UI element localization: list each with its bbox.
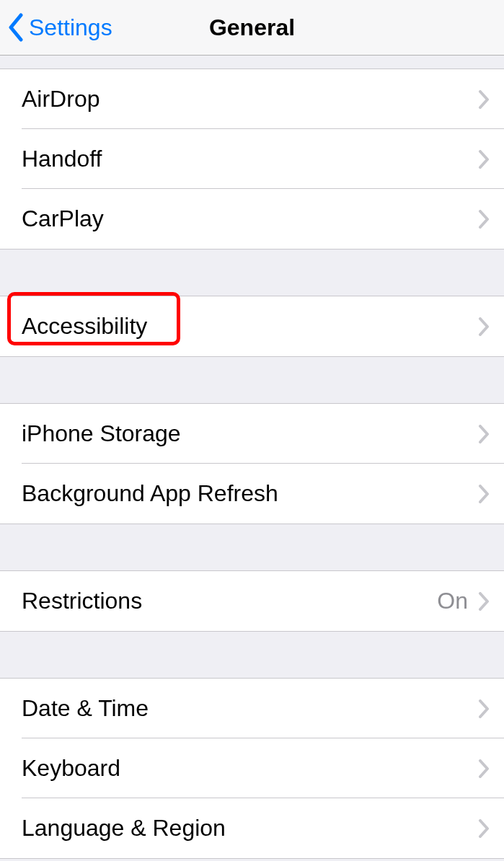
- chevron-right-icon: [478, 592, 490, 611]
- chevron-right-icon: [478, 90, 490, 109]
- row-date-time[interactable]: Date & Time: [0, 679, 504, 738]
- back-label: Settings: [29, 14, 112, 41]
- chevron-right-icon: [478, 425, 490, 443]
- chevron-right-icon: [478, 317, 490, 336]
- row-language-region[interactable]: Language & Region: [0, 798, 504, 858]
- row-label: iPhone Storage: [22, 420, 478, 447]
- section-connectivity: AirDrop Handoff CarPlay: [0, 69, 504, 250]
- row-keyboard[interactable]: Keyboard: [0, 738, 504, 798]
- row-label: Keyboard: [22, 755, 478, 782]
- row-label: Date & Time: [22, 695, 478, 722]
- row-iphone-storage[interactable]: iPhone Storage: [0, 404, 504, 464]
- row-restrictions[interactable]: Restrictions On: [0, 571, 504, 631]
- section-accessibility: Accessibility: [0, 296, 504, 357]
- section-restrictions: Restrictions On: [0, 570, 504, 632]
- row-value: On: [437, 588, 468, 614]
- back-button[interactable]: Settings: [7, 13, 112, 42]
- row-airdrop[interactable]: AirDrop: [0, 69, 504, 129]
- chevron-right-icon: [478, 759, 490, 778]
- chevron-right-icon: [478, 210, 490, 229]
- section-system: Date & Time Keyboard Language & Region: [0, 678, 504, 859]
- row-background-app-refresh[interactable]: Background App Refresh: [0, 464, 504, 524]
- row-label: Language & Region: [22, 815, 478, 842]
- section-storage: iPhone Storage Background App Refresh: [0, 403, 504, 524]
- row-carplay[interactable]: CarPlay: [0, 189, 504, 249]
- row-label: Restrictions: [22, 588, 437, 614]
- page-title: General: [209, 14, 295, 41]
- chevron-right-icon: [478, 819, 490, 838]
- row-label: CarPlay: [22, 206, 478, 232]
- row-label: Accessibility: [22, 313, 478, 340]
- row-accessibility[interactable]: Accessibility: [0, 296, 504, 356]
- chevron-right-icon: [478, 699, 490, 718]
- chevron-right-icon: [478, 150, 490, 169]
- chevron-right-icon: [478, 485, 490, 503]
- nav-bar: Settings General: [0, 0, 504, 56]
- row-label: AirDrop: [22, 86, 478, 112]
- row-label: Background App Refresh: [22, 480, 478, 507]
- settings-sections: AirDrop Handoff CarPlay Accessibility: [0, 56, 504, 859]
- chevron-left-icon: [7, 13, 25, 42]
- row-handoff[interactable]: Handoff: [0, 129, 504, 189]
- row-label: Handoff: [22, 146, 478, 172]
